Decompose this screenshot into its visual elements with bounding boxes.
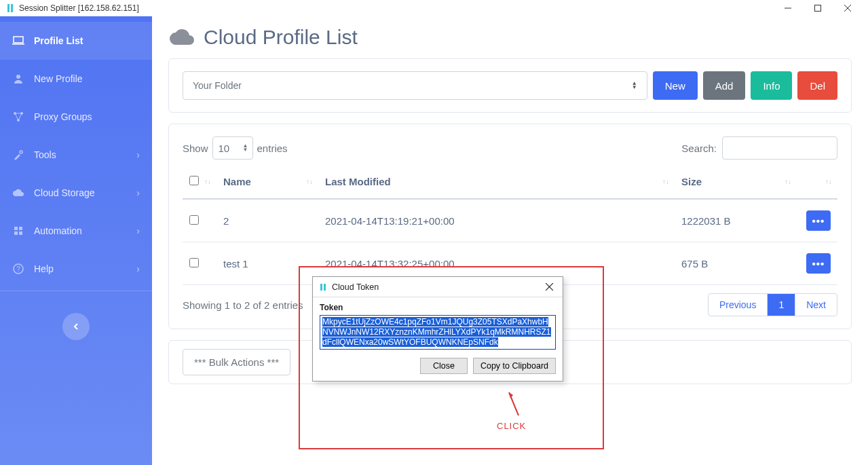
pagination: Previous 1 Next [708, 293, 837, 316]
cloud-icon [168, 29, 194, 46]
pager-page[interactable]: 1 [767, 294, 795, 316]
laptop-icon [12, 35, 24, 47]
app-icon [318, 282, 328, 292]
dialog-close-action-button[interactable]: Close [420, 358, 468, 374]
pager-prev[interactable]: Previous [709, 294, 767, 316]
new-button[interactable]: New [653, 71, 698, 100]
svg-rect-0 [7, 4, 10, 12]
sidebar-item-cloud-storage[interactable]: Cloud Storage › [0, 174, 152, 212]
folder-select[interactable]: Your Folder ▲▼ [183, 71, 647, 100]
sidebar-item-tools[interactable]: Tools › [0, 136, 152, 174]
user-icon [12, 73, 24, 85]
svg-line-14 [18, 113, 22, 120]
bulk-actions-select[interactable]: *** Bulk Actions *** [183, 349, 290, 375]
chevron-right-icon: › [136, 225, 140, 236]
chevron-right-icon: › [136, 263, 140, 274]
page-title: Cloud Profile List [168, 26, 852, 49]
sidebar-item-automation[interactable]: Automation › [0, 212, 152, 250]
cloud-token-dialog: Cloud Token Token MkpycE1tUjZzOWE4c1pqZF… [312, 276, 563, 382]
page-heading: Cloud Profile List [204, 26, 358, 49]
row-actions-button[interactable]: ••• [806, 210, 831, 231]
dialog-title: Cloud Token [332, 282, 379, 292]
svg-point-8 [16, 75, 20, 79]
puzzle-icon [12, 225, 24, 237]
sidebar-item-proxy-groups[interactable]: Proxy Groups [0, 98, 152, 136]
svg-rect-25 [324, 284, 326, 291]
sidebar-item-label: Cloud Storage [34, 187, 95, 198]
sort-icon[interactable]: ↑↓ [825, 179, 832, 185]
dialog-close-button[interactable] [541, 279, 557, 295]
cell-name: 2 [216, 199, 318, 242]
svg-line-13 [15, 113, 18, 120]
sidebar-divider [0, 291, 152, 291]
search-label: Search: [681, 143, 717, 154]
del-button[interactable]: Del [797, 71, 837, 100]
table-info: Showing 1 to 2 of 2 entries [183, 299, 303, 311]
sort-icon[interactable]: ↑↓ [785, 179, 791, 185]
sort-icon[interactable]: ↑↓ [662, 179, 669, 185]
svg-rect-17 [19, 227, 22, 230]
profiles-table: ↑↓ Name↑↓ Last Modified↑↓ Size↑↓ ↑↓ 2 20… [183, 165, 837, 285]
dialog-titlebar: Cloud Token [313, 277, 563, 297]
folder-card: Your Folder ▲▼ New Add Info Del [168, 58, 852, 113]
app-icon [5, 3, 15, 13]
window-titlebar: Session Splitter [162.158.62.151] [0, 0, 868, 16]
window-title: Session Splitter [162.158.62.151] [19, 3, 139, 13]
sidebar-item-label: Proxy Groups [34, 111, 92, 122]
col-modified: Last Modified [325, 176, 391, 187]
row-checkbox[interactable] [189, 258, 199, 267]
sort-icon[interactable]: ↑↓ [306, 179, 313, 185]
window-close-button[interactable] [833, 0, 863, 16]
sidebar-item-help[interactable]: ? Help › [0, 250, 152, 288]
network-icon [12, 111, 24, 123]
cloud-icon [12, 187, 24, 199]
svg-rect-6 [14, 37, 23, 43]
svg-rect-3 [815, 5, 821, 12]
window-maximize-button[interactable] [803, 0, 833, 16]
window-minimize-button[interactable] [773, 0, 803, 16]
cell-size: 675 B [675, 242, 797, 285]
col-size: Size [681, 176, 702, 187]
tools-icon [12, 149, 24, 161]
folder-select-value: Your Folder [193, 80, 242, 91]
sidebar-collapse-button[interactable] [62, 313, 90, 340]
copy-to-clipboard-button[interactable]: Copy to Clipboard [473, 358, 556, 374]
table-row: 2 2021-04-14T13:19:21+00:00 1222031 B ••… [183, 199, 837, 242]
cell-size: 1222031 B [675, 199, 797, 242]
sidebar: Profile List New Profile Proxy Groups To… [0, 16, 152, 465]
svg-rect-16 [14, 227, 18, 230]
row-actions-button[interactable]: ••• [806, 253, 831, 274]
col-name: Name [223, 176, 251, 187]
row-checkbox[interactable] [189, 215, 199, 225]
cell-modified: 2021-04-14T13:19:21+00:00 [318, 199, 675, 242]
pager-next[interactable]: Next [795, 294, 837, 316]
svg-point-15 [20, 151, 22, 153]
token-label: Token [320, 303, 556, 312]
chevron-right-icon: › [136, 187, 140, 198]
svg-text:?: ? [16, 265, 20, 273]
sidebar-item-profile-list[interactable]: Profile List [0, 22, 152, 60]
show-label: Show [183, 143, 208, 154]
sidebar-item-label: Help [34, 263, 54, 274]
svg-rect-24 [320, 284, 322, 291]
svg-rect-18 [14, 231, 18, 235]
token-textarea[interactable]: MkpycE1tUjZzOWE4c1pqZFo1Vm1JQUg3Z05TSXdP… [320, 315, 556, 350]
sidebar-item-label: Automation [34, 225, 82, 236]
chevron-right-icon: › [136, 149, 140, 160]
sort-icon[interactable]: ↑↓ [204, 179, 211, 185]
entries-label: entries [257, 143, 288, 154]
info-button[interactable]: Info [751, 71, 792, 100]
select-caret-icon: ▲▼ [243, 144, 248, 152]
sidebar-item-label: New Profile [34, 73, 83, 84]
cell-name: test 1 [216, 242, 318, 285]
sidebar-item-label: Profile List [34, 35, 83, 46]
svg-rect-19 [19, 231, 22, 235]
add-button[interactable]: Add [703, 71, 746, 100]
select-all-checkbox[interactable] [189, 176, 199, 185]
sidebar-item-new-profile[interactable]: New Profile [0, 60, 152, 98]
token-value: MkpycE1tUjZzOWE4c1pqZFo1Vm1JQUg3Z05TSXdP… [322, 317, 551, 347]
search-input[interactable] [722, 136, 837, 160]
entries-select[interactable]: 10 ▲▼ [212, 136, 253, 160]
sidebar-item-label: Tools [34, 149, 56, 160]
help-icon: ? [12, 263, 24, 275]
